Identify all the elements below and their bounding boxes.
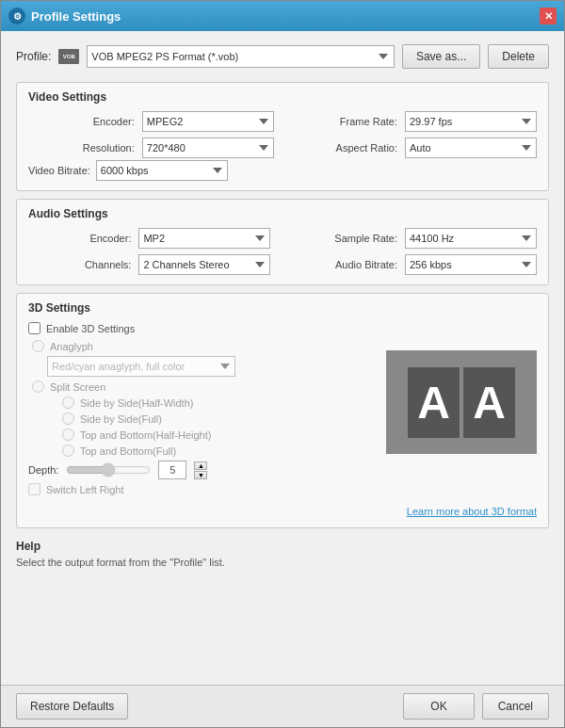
- profile-settings-dialog: ⚙ Profile Settings ✕ Profile: VOB VOB MP…: [0, 0, 565, 728]
- preview-letter-a2: A: [463, 367, 515, 438]
- aspect-ratio-label: Aspect Ratio:: [282, 142, 397, 154]
- audio-bitrate-label: Audio Bitrate:: [278, 259, 397, 270]
- anaglyph-dropdown-row: Red/cyan anaglyph, full color: [28, 356, 377, 377]
- delete-button[interactable]: Delete: [488, 44, 549, 69]
- anaglyph-radio-row: Anaglyph: [28, 340, 377, 352]
- resolution-select[interactable]: 720*480: [142, 138, 274, 158]
- three-d-settings-section: 3D Settings Enable 3D Settings Anaglyph: [16, 293, 549, 528]
- depth-row: Depth: ▲ ▼: [28, 461, 377, 479]
- close-button[interactable]: ✕: [540, 8, 557, 24]
- split-screen-radio-row: Split Screen: [28, 380, 377, 393]
- audio-settings-section: Audio Settings Encoder: MP2 Sample Rate:…: [16, 199, 549, 285]
- anaglyph-label: Anaglyph: [50, 341, 93, 352]
- bottom-left: Restore Defaults: [16, 693, 128, 720]
- preview-letter-a1: A: [408, 367, 460, 438]
- title-bar: ⚙ Profile Settings ✕: [1, 1, 564, 31]
- side-by-side-full-radio[interactable]: [62, 413, 74, 425]
- dialog-content: Profile: VOB VOB MPEG2 PS Format (*.vob)…: [1, 31, 564, 685]
- depth-up-button[interactable]: ▲: [194, 461, 207, 470]
- option1-label: Side by Side(Half-Width): [80, 397, 193, 409]
- depth-spinner: ▲ ▼: [194, 461, 207, 479]
- switch-left-right-row: Switch Left Right: [28, 483, 377, 495]
- top-bottom-full-radio[interactable]: [62, 445, 74, 457]
- three-d-settings-title: 3D Settings: [28, 301, 537, 315]
- profile-row: Profile: VOB VOB MPEG2 PS Format (*.vob)…: [16, 40, 549, 74]
- resolution-label: Resolution:: [28, 142, 135, 154]
- anaglyph-radio[interactable]: [32, 340, 44, 352]
- profile-select[interactable]: VOB MPEG2 PS Format (*.vob): [87, 45, 395, 68]
- depth-value-input[interactable]: [158, 461, 186, 479]
- switch-left-right-label: Switch Left Right: [46, 484, 124, 495]
- sample-rate-label: Sample Rate:: [278, 233, 397, 244]
- option1-row: Side by Side(Half-Width): [28, 396, 377, 409]
- anaglyph-type-select[interactable]: Red/cyan anaglyph, full color: [47, 356, 235, 377]
- 3d-preview-box: A A: [386, 350, 537, 454]
- aspect-ratio-select[interactable]: Auto: [405, 138, 537, 158]
- encoder-select[interactable]: MPEG2: [142, 111, 274, 132]
- video-settings-title: Video Settings: [28, 90, 537, 104]
- save-as-button[interactable]: Save as...: [402, 44, 480, 69]
- depth-down-button[interactable]: ▼: [194, 471, 207, 479]
- ok-button[interactable]: OK: [403, 693, 474, 720]
- video-bitrate-label: Video Bitrate:: [28, 165, 90, 176]
- help-title: Help: [16, 540, 549, 553]
- option3-row: Top and Bottom(Half-Height): [28, 429, 377, 441]
- dialog-icon: ⚙: [8, 8, 25, 24]
- channels-select[interactable]: 2 Channels Stereo: [138, 254, 270, 275]
- bottom-bar: Restore Defaults OK Cancel: [1, 685, 564, 727]
- option2-label: Side by Side(Full): [80, 413, 162, 425]
- dialog-title: Profile Settings: [31, 9, 540, 24]
- audio-encoder-label: Encoder:: [28, 233, 131, 244]
- sample-rate-select[interactable]: 44100 Hz: [405, 228, 537, 249]
- three-d-inner: Enable 3D Settings Anaglyph Red/cyan ana…: [28, 322, 537, 501]
- audio-bitrate-select[interactable]: 256 kbps: [405, 254, 537, 275]
- audio-settings-grid: Encoder: MP2 Sample Rate: 44100 Hz Chann…: [28, 228, 537, 275]
- bottom-right: OK Cancel: [403, 693, 549, 720]
- depth-slider[interactable]: [66, 462, 151, 477]
- option4-label: Top and Bottom(Full): [80, 445, 176, 457]
- profile-format-icon: VOB: [58, 49, 79, 64]
- cancel-button[interactable]: Cancel: [482, 693, 549, 720]
- side-by-side-half-radio[interactable]: [62, 396, 74, 409]
- depth-label: Depth:: [28, 464, 58, 476]
- learn-more-link[interactable]: Learn more about 3D format: [407, 506, 537, 517]
- audio-encoder-select[interactable]: MP2: [138, 228, 270, 249]
- video-bitrate-select[interactable]: 6000 kbps: [96, 160, 228, 181]
- enable-3d-row: Enable 3D Settings: [28, 322, 377, 334]
- help-text: Select the output format from the "Profi…: [16, 557, 549, 568]
- encoder-label: Encoder:: [28, 116, 135, 127]
- three-d-controls: Enable 3D Settings Anaglyph Red/cyan ana…: [28, 322, 377, 501]
- profile-label: Profile:: [16, 50, 51, 63]
- audio-settings-title: Audio Settings: [28, 207, 537, 220]
- help-section: Help Select the output format from the "…: [16, 536, 549, 572]
- preview-letters: A A: [408, 367, 515, 438]
- video-settings-grid: Encoder: MPEG2 Frame Rate: 29.97 fps Res…: [28, 111, 537, 158]
- restore-defaults-button[interactable]: Restore Defaults: [16, 693, 128, 720]
- frame-rate-label: Frame Rate:: [282, 116, 397, 127]
- split-screen-label: Split Screen: [50, 381, 105, 393]
- top-bottom-half-radio[interactable]: [62, 429, 74, 441]
- video-settings-section: Video Settings Encoder: MPEG2 Frame Rate…: [16, 82, 549, 191]
- option2-row: Side by Side(Full): [28, 413, 377, 425]
- option4-row: Top and Bottom(Full): [28, 445, 377, 457]
- enable-3d-label: Enable 3D Settings: [46, 323, 135, 334]
- channels-label: Channels:: [28, 259, 131, 270]
- enable-3d-checkbox[interactable]: [28, 322, 40, 334]
- frame-rate-select[interactable]: 29.97 fps: [405, 111, 537, 132]
- option3-label: Top and Bottom(Half-Height): [80, 429, 211, 441]
- switch-left-right-checkbox[interactable]: [28, 483, 40, 495]
- split-screen-radio[interactable]: [32, 380, 44, 393]
